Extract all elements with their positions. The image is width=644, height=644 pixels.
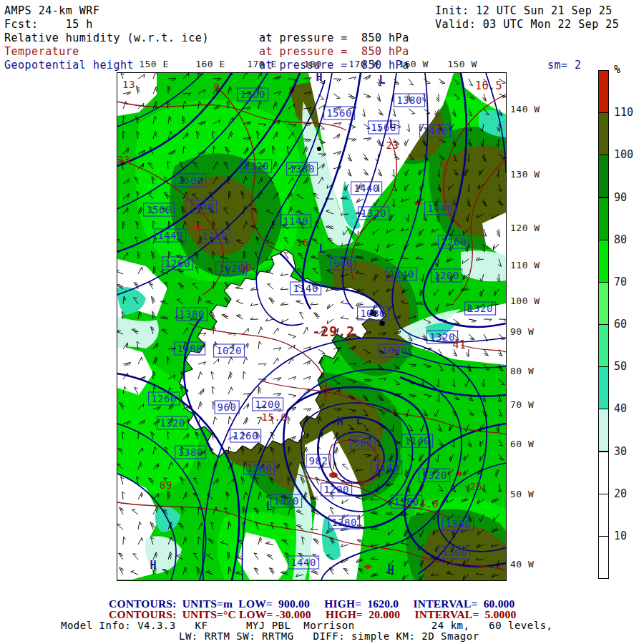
height-contour-label: 1380 <box>391 495 422 509</box>
colorbar-tick: 100 <box>614 148 633 161</box>
init-time: Init: 12 UTC Sun 21 Sep 25 <box>435 4 613 17</box>
height-contour-label: 1200 <box>252 398 283 411</box>
field-height-label: Geopotential height <box>4 59 134 72</box>
top-axis-label: 150 E <box>139 59 169 69</box>
pressure-center-marker: L <box>389 118 395 131</box>
smoothing-label: sm= 2 <box>547 59 582 72</box>
height-contour-label: 1440 <box>288 556 319 570</box>
fcst-value: 15 h <box>66 18 93 31</box>
colorbar-tick: 10 <box>614 530 627 542</box>
height-contour-label: 960 <box>351 436 376 450</box>
height-contour-label: 1380 <box>175 446 206 459</box>
right-axis-label: 40 W <box>510 559 534 570</box>
temperature-label: 13 <box>122 79 135 90</box>
height-contour-label: 1500 <box>175 174 206 187</box>
height-contour-label: 1440 <box>424 202 456 215</box>
right-axis-label: 50 W <box>510 489 534 499</box>
fcst-label: Fcst: <box>4 18 39 31</box>
top-axis-label: 170 E <box>247 59 277 69</box>
height-contour-label: 1080 <box>174 342 205 356</box>
top-axis-label: 160 E <box>195 59 225 69</box>
humidity-colorbar: % 110100908070605040302010 <box>598 70 644 580</box>
height-contour-label: 1260 <box>148 392 180 406</box>
height-contour-label: 1440 <box>419 125 451 138</box>
height-contour-label: 1140 <box>371 461 402 474</box>
height-contour-label: 1200 <box>431 269 462 283</box>
right-axis-label: 140 W <box>510 104 540 114</box>
field-height-level: at pressure = 850 hPa <box>259 59 409 72</box>
temperature-label: -25 <box>464 481 483 492</box>
valid-time: Valid: 03 UTC Mon 22 Sep 25 <box>435 18 619 31</box>
height-contour-label: 1140 <box>290 282 321 296</box>
height-contour-label: 1320 <box>270 494 302 508</box>
colorbar-segment <box>598 452 609 494</box>
height-contour-label: 1380 <box>176 308 208 321</box>
colorbar-tick: 60 <box>614 318 627 331</box>
height-contour-label: 1500 <box>439 546 470 560</box>
pressure-center-marker: L <box>318 243 325 255</box>
model-title: AMPS 24-km WRF <box>4 4 99 17</box>
colorbar-unit: % <box>614 63 620 76</box>
pressure-center-marker: H <box>150 559 156 572</box>
height-contour-label: 1380 <box>286 162 318 176</box>
height-contour-label: 960 <box>331 257 356 270</box>
height-contour-label: 1260 <box>162 257 193 270</box>
right-axis-label: 130 W <box>510 169 540 180</box>
top-axis-label: 180 <box>304 59 322 69</box>
colorbar-segment <box>598 494 609 537</box>
height-contour-label: 1500 <box>237 88 268 102</box>
height-contour-label: 1440 <box>155 229 186 243</box>
physics-info: LW: RRTM SW: RRTMG DIFF: simple KM: 2D S… <box>179 630 479 642</box>
colorbar-tick: 30 <box>614 445 627 458</box>
colorbar-segment <box>598 324 609 367</box>
right-axis-label: 70 W <box>510 399 534 410</box>
temperature-label: 4.0 <box>420 498 439 509</box>
height-contour-label: 1260 <box>438 235 469 249</box>
colorbar-segment <box>598 70 609 113</box>
height-contour-label: 1140 <box>280 215 311 228</box>
colorbar-segment <box>598 409 609 452</box>
pressure-center-marker: H <box>387 564 394 577</box>
height-contour-label: 1380 <box>243 462 275 475</box>
pressure-center-marker: H <box>316 71 322 84</box>
field-temperature-label: Temperature <box>4 45 79 58</box>
temperature-label: 23 <box>117 154 130 165</box>
colorbar-segment <box>598 366 609 409</box>
temperature-label: 89 <box>160 479 172 491</box>
height-contour-label: 1140 <box>401 434 433 448</box>
height-contour-label: 1200 <box>321 483 352 497</box>
height-contour-label: 1260 <box>230 429 261 443</box>
field-humidity-label: Relative humidity (w.r.t. ice) <box>4 31 209 44</box>
colorbar-segment <box>598 197 609 240</box>
height-contour-label: 1380 <box>442 517 474 531</box>
height-contour-label: 1560 <box>323 107 355 120</box>
height-contour-label: 1140 <box>386 268 417 281</box>
colorbar-tick: 80 <box>614 233 627 246</box>
height-contour-label: 960 <box>215 401 240 414</box>
pressure-center-marker: L <box>379 74 385 87</box>
forecast-map[interactable]: 1500156013801560144013201380150014401560… <box>117 72 507 581</box>
colorbar-tick: 40 <box>614 402 627 415</box>
temperature-label: 16 <box>296 237 309 248</box>
height-contour-label: 1320 <box>240 160 272 173</box>
height-contour-label: 1320 <box>358 207 389 220</box>
right-axis-label: 120 W <box>510 223 540 233</box>
colorbar-segment <box>598 282 609 325</box>
height-contour-label: 1080 <box>357 307 389 321</box>
right-axis-label: 60 W <box>510 439 534 449</box>
right-axis-label: 80 W <box>510 366 534 376</box>
temperature-label: -15.0 <box>255 411 288 423</box>
height-contour-label: 1080 <box>379 344 410 358</box>
temperature-label: -29.2 <box>312 323 355 339</box>
field-humidity-level: at pressure = 850 hPa <box>259 31 409 44</box>
right-axis-label: 90 W <box>510 326 534 337</box>
temperature-label: 0 <box>214 81 220 92</box>
height-contour-label: 982 <box>306 454 331 468</box>
colorbar-tick: 50 <box>614 360 627 373</box>
top-axis-label: 170 W <box>348 59 379 69</box>
height-contour-label: 1320 <box>157 416 188 430</box>
temperature-label: 0 <box>440 158 447 170</box>
height-contour-label: 1320 <box>464 302 496 316</box>
height-contour-label: 1440 <box>351 182 382 195</box>
temperature-label: 20 <box>240 262 253 273</box>
